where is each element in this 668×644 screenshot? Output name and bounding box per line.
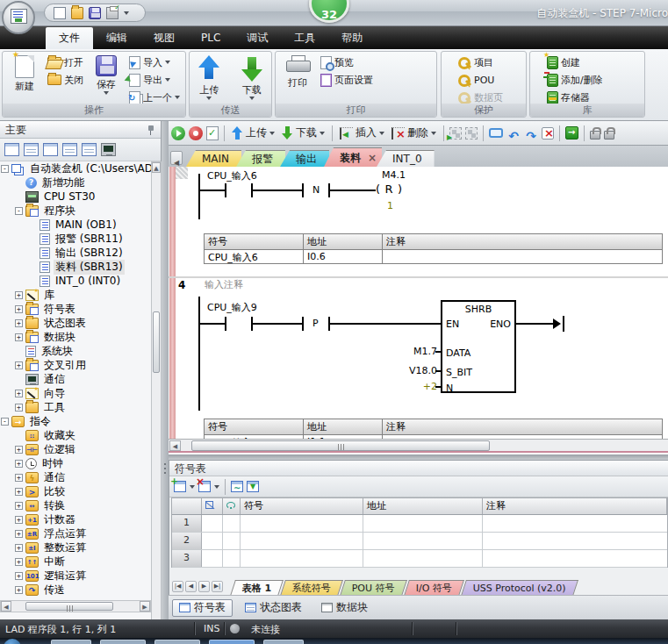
menu-plc[interactable]: PLC: [188, 26, 233, 49]
tree-vscrollbar[interactable]: [151, 161, 162, 632]
expand-icon[interactable]: [15, 530, 23, 538]
symbol-grid[interactable]: 符号 地址 注释 1 2 3: [171, 497, 668, 568]
compile-button[interactable]: [206, 126, 219, 140]
grid-view-icon[interactable]: [24, 143, 39, 156]
expand-icon[interactable]: [15, 488, 23, 496]
dropdown-caret-icon[interactable]: [379, 132, 384, 135]
grid-row[interactable]: 3: [172, 550, 667, 568]
scroll-left-icon[interactable]: [169, 440, 181, 451]
col-header-comment[interactable]: 注释: [483, 498, 667, 514]
protect-pou-button[interactable]: POU: [456, 71, 505, 89]
insert-toolbar-button[interactable]: 插入: [338, 125, 386, 141]
n-operand[interactable]: +2: [418, 381, 437, 392]
tab-loading-active[interactable]: 装料×: [324, 147, 382, 167]
tree-item-library[interactable]: 库: [0, 288, 151, 302]
expand-icon[interactable]: [15, 446, 23, 454]
insert-network-button[interactable]: [449, 127, 462, 140]
tree-item-move[interactable]: 传送: [0, 583, 151, 597]
tree-item-data-block[interactable]: 数据块: [0, 330, 151, 344]
expand-icon[interactable]: [15, 319, 23, 327]
col-header-symbol[interactable]: 符号: [241, 498, 363, 514]
expand-icon[interactable]: [15, 558, 23, 566]
collapse-icon[interactable]: [1, 165, 9, 173]
row-number[interactable]: 2: [172, 533, 202, 549]
tree-item-tools[interactable]: 工具: [0, 400, 151, 414]
lock-button-1[interactable]: [590, 131, 600, 140]
coil-param[interactable]: 1: [387, 200, 393, 211]
tree-item-main-ob1[interactable]: MAIN (OB1): [0, 218, 151, 232]
first-sheet-icon[interactable]: [172, 581, 183, 592]
chart-view-icon[interactable]: [82, 143, 97, 156]
library-create-button[interactable]: 创建: [545, 54, 605, 71]
view-data-block-button[interactable]: 数据块: [314, 599, 375, 617]
close-button[interactable]: 关闭: [46, 71, 85, 89]
tab-alarm[interactable]: 报警: [236, 150, 285, 167]
print-button[interactable]: 打印: [278, 54, 317, 89]
import-button[interactable]: 导入: [127, 54, 182, 71]
preview-button[interactable]: 预览: [319, 54, 375, 71]
tree-item-cpu[interactable]: CPU ST30: [0, 190, 151, 204]
data-operand[interactable]: M1.7: [413, 346, 437, 357]
expand-icon[interactable]: [15, 502, 23, 510]
dropdown-caret-icon[interactable]: [320, 132, 325, 135]
collapse-icon[interactable]: [15, 207, 23, 215]
tree-item-comm-instructions[interactable]: 通信: [0, 470, 151, 484]
tree-item-integer-math[interactable]: 整数运算: [0, 540, 151, 555]
window-view-icon[interactable]: [4, 143, 19, 156]
goto-button[interactable]: [565, 126, 578, 140]
taskbar-button[interactable]: [263, 640, 304, 644]
sheet-tab-system-symbols[interactable]: 系统符号: [281, 580, 344, 596]
tree-item-instructions[interactable]: 指令: [0, 414, 151, 428]
menu-view[interactable]: 视图: [140, 26, 188, 49]
menu-edit[interactable]: 编辑: [93, 26, 140, 49]
tree-item-new-features[interactable]: 新增功能: [0, 175, 151, 190]
scrollbar-thumb[interactable]: [153, 311, 160, 373]
table-view-icon[interactable]: [62, 143, 77, 156]
expand-icon[interactable]: [15, 572, 23, 580]
expand-icon[interactable]: [15, 544, 23, 552]
sheet-tab-table1[interactable]: 表格 1: [230, 580, 284, 596]
menu-help[interactable]: 帮助: [328, 26, 376, 49]
tree-item-bit-logic[interactable]: 位逻辑: [0, 442, 151, 456]
network-comment[interactable]: 输入注释: [205, 278, 243, 291]
open-button[interactable]: 打开: [46, 54, 85, 71]
pin-icon[interactable]: [147, 125, 155, 135]
ladder-editor[interactable]: CPU_输入6 N M4.1 R 1 符号 地址 注释 CPU_输入6 I0.6…: [169, 167, 668, 439]
shrb-box[interactable]: SHRB EN ENO DATA S_BIT N: [441, 300, 516, 393]
redo-button[interactable]: [524, 127, 538, 140]
dropdown-caret-icon[interactable]: [214, 485, 219, 489]
delete-row-icon[interactable]: [198, 481, 211, 492]
tree-hscrollbar[interactable]: [0, 600, 151, 612]
tree-item-convert[interactable]: 转换: [0, 498, 151, 512]
tree-item-favorites[interactable]: 收藏夹: [0, 428, 151, 442]
tree-item-program-block[interactable]: 程序块: [0, 204, 151, 218]
grid-row[interactable]: 1: [172, 515, 667, 533]
taskbar-button-active[interactable]: [209, 640, 255, 644]
sort-icon[interactable]: [231, 481, 243, 492]
editor-hscrollbar[interactable]: [169, 439, 668, 453]
menu-debug[interactable]: 调试: [233, 26, 281, 49]
view-symbol-table-button[interactable]: 符号表: [172, 599, 233, 617]
expand-icon[interactable]: [15, 305, 23, 313]
upload-toolbar-button[interactable]: 上传: [230, 125, 277, 141]
next-sheet-icon[interactable]: [198, 581, 210, 592]
taskbar-button[interactable]: [51, 640, 91, 644]
menu-tools[interactable]: 工具: [281, 26, 328, 49]
tree-item-symbol-table[interactable]: 符号表: [0, 302, 151, 316]
expand-icon[interactable]: [15, 474, 23, 482]
tree-item-project-root[interactable]: 自动装盒机 (C:\Users\ADMI: [0, 161, 151, 175]
expand-icon[interactable]: [15, 291, 23, 299]
dropdown-caret-icon[interactable]: [190, 485, 195, 489]
tree-item-counter[interactable]: 计数器: [0, 512, 151, 526]
scroll-up-icon[interactable]: [152, 162, 161, 173]
tree-item-int0[interactable]: INT_0 (INT0): [0, 274, 151, 288]
lock-button-2[interactable]: [604, 131, 614, 140]
reset-coil[interactable]: R: [376, 182, 402, 198]
tab-int0[interactable]: INT_0: [377, 150, 434, 167]
print-icon[interactable]: [106, 7, 119, 19]
taskbar-button[interactable]: [100, 640, 146, 644]
selection-box-button[interactable]: [489, 128, 503, 138]
delete-network-button[interactable]: [465, 127, 478, 140]
view-status-chart-button[interactable]: 状态图表: [238, 599, 309, 617]
contact-operand[interactable]: CPU_输入9: [207, 301, 257, 314]
